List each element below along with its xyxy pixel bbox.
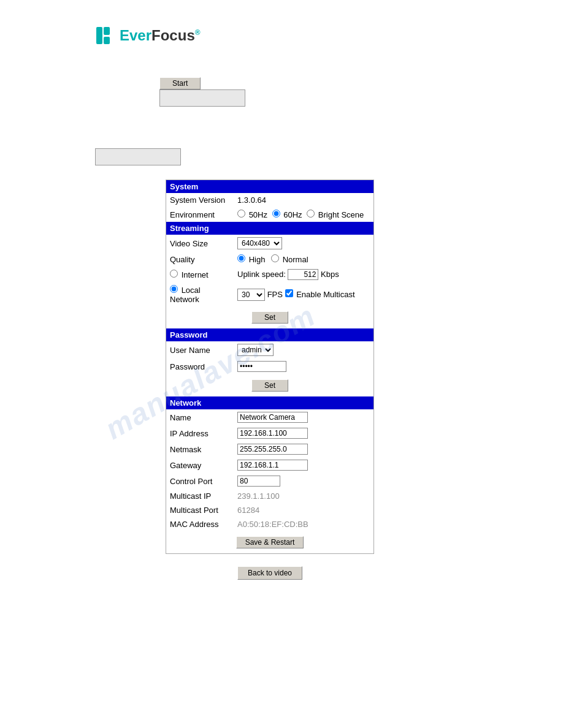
env-60hz-radio[interactable] xyxy=(272,210,280,218)
netmask-value-cell xyxy=(234,441,373,457)
local-network-radio[interactable] xyxy=(170,285,178,293)
placeholder-box-area xyxy=(95,148,563,167)
ip-address-value-cell xyxy=(234,425,373,441)
network-name-label: Name xyxy=(166,409,234,425)
control-port-label: Control Port xyxy=(166,473,234,489)
video-size-row: Video Size 640x480 xyxy=(166,235,373,252)
system-version-row: System Version 1.3.0.64 xyxy=(166,193,373,207)
env-60hz-label[interactable]: 60Hz xyxy=(272,210,305,219)
local-network-row: Local Network 30 FPS Enable Multicast xyxy=(166,282,373,306)
enable-multicast-label: Enable Multicast xyxy=(296,290,354,299)
username-label: User Name xyxy=(166,341,234,358)
video-size-label: Video Size xyxy=(166,235,234,252)
quality-high-text: High xyxy=(249,255,266,264)
local-network-label[interactable]: Local Network xyxy=(170,286,201,304)
password-value-cell xyxy=(234,358,373,374)
video-area: Start xyxy=(0,59,563,118)
gray-box-placeholder xyxy=(95,148,181,165)
uplink-label: Uplink speed: xyxy=(237,270,286,279)
username-select[interactable]: admin xyxy=(237,344,274,356)
save-restart-row: Save & Restart xyxy=(166,531,373,553)
network-name-value-cell xyxy=(234,409,373,425)
internet-radio-cell: Internet xyxy=(166,267,234,282)
password-input[interactable] xyxy=(237,361,286,372)
save-restart-cell: Save & Restart xyxy=(166,531,373,553)
system-table: System Version 1.3.0.64 Environment 50Hz… xyxy=(166,193,373,222)
multicast-ip-label: Multicast IP xyxy=(166,489,234,503)
quality-high-label[interactable]: High xyxy=(237,255,267,264)
env-50hz-label[interactable]: 50Hz xyxy=(237,210,270,219)
gateway-value-cell xyxy=(234,457,373,473)
multicast-ip-value: 239.1.1.100 xyxy=(234,489,373,503)
mac-address-label: MAC Address xyxy=(166,517,234,531)
env-bright-radio[interactable] xyxy=(307,210,315,218)
streaming-set-button[interactable]: Set xyxy=(251,311,288,324)
username-value-cell: admin xyxy=(234,341,373,358)
enable-multicast-checkbox[interactable] xyxy=(285,289,293,297)
internet-label[interactable]: Internet xyxy=(170,270,209,279)
password-row: Password xyxy=(166,358,373,374)
fps-select[interactable]: 30 xyxy=(237,289,265,301)
back-to-video-button[interactable]: Back to video xyxy=(237,566,302,580)
system-version-label: System Version xyxy=(166,193,234,207)
internet-text: Internet xyxy=(182,270,209,279)
svg-rect-1 xyxy=(104,27,110,35)
multicast-port-label: Multicast Port xyxy=(166,503,234,517)
env-50hz-text: 50Hz xyxy=(249,210,267,219)
password-set-row: Set xyxy=(166,374,373,396)
env-bright-label[interactable]: Bright Scene xyxy=(307,210,364,219)
network-name-input[interactable] xyxy=(237,412,308,423)
quality-normal-radio[interactable] xyxy=(271,254,279,262)
username-row: User Name admin xyxy=(166,341,373,358)
gateway-label: Gateway xyxy=(166,457,234,473)
svg-rect-0 xyxy=(96,27,102,44)
multicast-port-value: 61284 xyxy=(234,503,373,517)
save-restart-button[interactable]: Save & Restart xyxy=(236,536,304,548)
control-port-row: Control Port xyxy=(166,473,373,489)
system-section-header: System xyxy=(166,180,373,193)
fps-cell: 30 FPS Enable Multicast xyxy=(234,282,373,306)
internet-radio[interactable] xyxy=(170,270,178,278)
internet-row: Internet Uplink speed: Kbps xyxy=(166,267,373,282)
multicast-ip-row: Multicast IP 239.1.1.100 xyxy=(166,489,373,503)
mac-address-value: A0:50:18:EF:CD:BB xyxy=(234,517,373,531)
control-port-value-cell xyxy=(234,473,373,489)
password-table: User Name admin Password Set xyxy=(166,341,373,396)
uplink-cell: Uplink speed: Kbps xyxy=(234,267,373,282)
netmask-row: Netmask xyxy=(166,441,373,457)
everfocus-logo-icon xyxy=(95,25,117,47)
settings-panel: System System Version 1.3.0.64 Environme… xyxy=(166,180,374,554)
gateway-input[interactable] xyxy=(237,460,308,471)
video-size-value-cell: 640x480 xyxy=(234,235,373,252)
environment-options: 50Hz 60Hz Bright Scene xyxy=(234,207,373,222)
password-set-button[interactable]: Set xyxy=(251,379,288,392)
netmask-label: Netmask xyxy=(166,441,234,457)
uplink-speed-input[interactable] xyxy=(288,269,318,280)
streaming-set-row: Set xyxy=(166,306,373,328)
ip-address-input[interactable] xyxy=(237,428,308,439)
env-60hz-text: 60Hz xyxy=(283,210,302,219)
mac-address-row: MAC Address A0:50:18:EF:CD:BB xyxy=(166,517,373,531)
control-port-input[interactable] xyxy=(237,476,280,487)
streaming-table: Video Size 640x480 Quality High No xyxy=(166,235,373,328)
password-section-header: Password xyxy=(166,328,373,341)
quality-label: Quality xyxy=(166,252,234,267)
logo-text: EverFocus® xyxy=(120,27,201,44)
env-50hz-radio[interactable] xyxy=(237,210,245,218)
network-name-row: Name xyxy=(166,409,373,425)
quality-normal-label[interactable]: Normal xyxy=(271,255,308,264)
quality-options: High Normal xyxy=(234,252,373,267)
netmask-input[interactable] xyxy=(237,444,308,455)
env-bright-text: Bright Scene xyxy=(318,210,364,219)
start-button[interactable]: Start xyxy=(159,77,201,89)
environment-row: Environment 50Hz 60Hz Bright Scene xyxy=(166,207,373,222)
video-size-select[interactable]: 640x480 xyxy=(237,237,282,249)
quality-row: Quality High Normal xyxy=(166,252,373,267)
quality-high-radio[interactable] xyxy=(237,254,245,262)
password-set-cell: Set xyxy=(166,374,373,396)
system-version-value: 1.3.0.64 xyxy=(234,193,373,207)
start-button-area: Start xyxy=(159,77,563,108)
logo-area: EverFocus® xyxy=(0,12,563,59)
video-stream-placeholder xyxy=(159,89,245,107)
streaming-section-header: Streaming xyxy=(166,222,373,235)
